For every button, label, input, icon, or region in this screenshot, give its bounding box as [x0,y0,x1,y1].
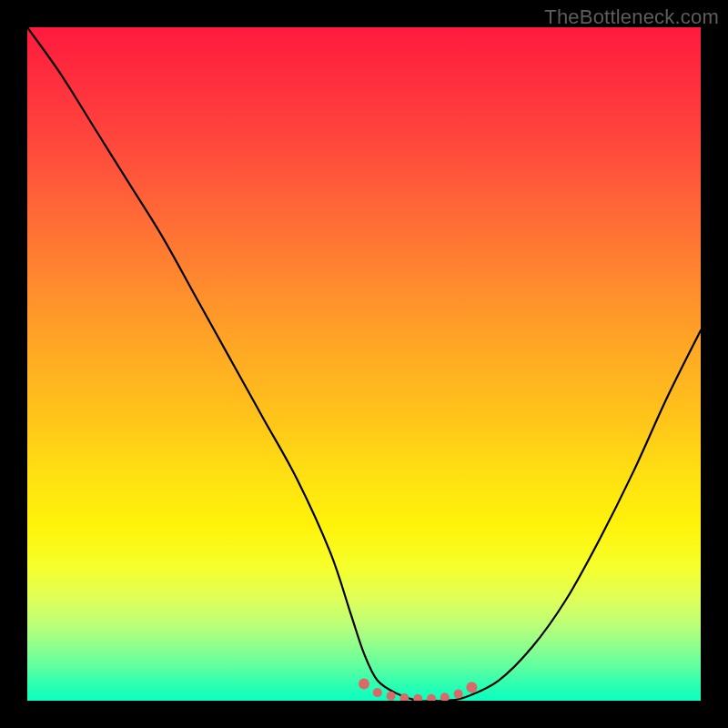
chart-frame: TheBottleneck.com [0,0,728,728]
watermark-text: TheBottleneck.com [544,5,719,29]
accent-dots [359,679,477,702]
accent-dot [413,694,422,701]
accent-dot [466,682,477,693]
bottleneck-curve [27,27,701,701]
accent-dot [359,679,369,690]
accent-dot [373,688,382,697]
curve-svg [27,27,701,701]
accent-dot [427,694,436,701]
accent-dot [440,693,450,701]
plot-area [27,27,701,701]
accent-dot [454,690,463,699]
accent-dot [387,692,396,701]
